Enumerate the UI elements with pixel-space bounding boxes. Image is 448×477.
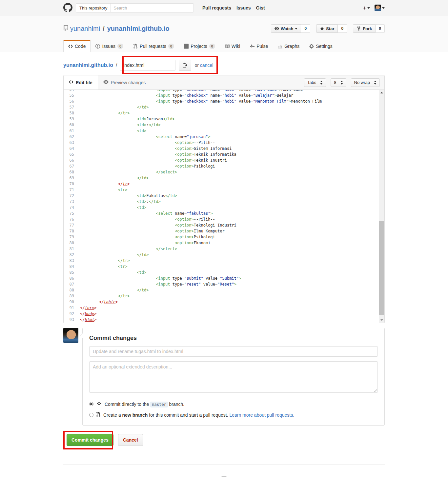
user-menu[interactable] bbox=[375, 5, 385, 11]
code-line[interactable]: 73 <td>:</td> bbox=[64, 199, 384, 205]
code-line[interactable]: 90 </table> bbox=[64, 299, 384, 305]
tab-projects[interactable]: Projects0 bbox=[179, 40, 220, 52]
code-line[interactable]: 62 <select name="jurusan"> bbox=[64, 134, 384, 140]
code-line[interactable]: 86 <input type="submit" value="Submit"> bbox=[64, 275, 384, 281]
editor-setting-select-2[interactable]: No wrap bbox=[351, 78, 380, 87]
code-line[interactable]: 82 </td> bbox=[64, 252, 384, 258]
code-line[interactable]: 84 <tr> bbox=[64, 264, 384, 269]
tab-counter: 0 bbox=[117, 44, 123, 49]
repo-name-link[interactable]: yunanhlmi.github.io bbox=[107, 25, 170, 32]
commit-message-input[interactable] bbox=[89, 346, 378, 357]
line-number: 68 bbox=[64, 169, 77, 175]
editor-setting-select-0[interactable]: Tabs bbox=[304, 78, 326, 87]
tab-pulse[interactable]: Pulse bbox=[245, 40, 273, 52]
line-number: 58 bbox=[64, 110, 77, 116]
code-line[interactable]: 76 <option>--Pilih-- bbox=[64, 216, 384, 222]
code-line[interactable]: 80 <option>Ekonomi bbox=[64, 240, 384, 246]
code-line[interactable]: 70 </tr> bbox=[64, 181, 384, 187]
code-line[interactable]: 92 </body> bbox=[64, 311, 384, 317]
radio-new-branch[interactable]: Create a new branch for this commit and … bbox=[89, 412, 378, 418]
repo-owner-link[interactable]: yunanhlmi bbox=[70, 25, 100, 32]
project-icon bbox=[184, 44, 189, 49]
code-line[interactable]: 83 </tr> bbox=[64, 258, 384, 264]
code-line[interactable]: 58 </tr> bbox=[64, 110, 384, 116]
code-line[interactable]: 63 <option>--Pilih-- bbox=[64, 140, 384, 146]
breadcrumb-repo-link[interactable]: yunanhlmi.github.io bbox=[63, 62, 113, 68]
site-header: This repository Pull requestsIssuesGist … bbox=[0, 0, 448, 16]
copy-path-button[interactable] bbox=[179, 60, 191, 71]
scroll-up-arrow[interactable] bbox=[379, 90, 384, 95]
tab-edit-file[interactable]: Edit file bbox=[64, 75, 98, 89]
cancel-edit-link[interactable]: cancel bbox=[200, 63, 213, 68]
radio-commit-direct[interactable]: Commit directly to the master branch. bbox=[89, 401, 378, 407]
tab-wiki[interactable]: Wiki bbox=[220, 40, 245, 52]
header-nav-gist[interactable]: Gist bbox=[254, 5, 268, 10]
code-line[interactable]: 66 <option>Teknik Inustri bbox=[64, 157, 384, 163]
tab-code[interactable]: Code bbox=[63, 40, 91, 52]
pull-request-icon bbox=[96, 412, 100, 417]
watch-count[interactable]: 0 bbox=[301, 24, 310, 33]
header-nav-pull-requests[interactable]: Pull requests bbox=[200, 5, 234, 10]
code-line[interactable]: 56 <input type="checkbox" name="hobi" va… bbox=[64, 98, 384, 104]
file-path-row: yunanhlmi.github.io / or cancel bbox=[63, 57, 385, 74]
code-line[interactable]: 67 <option>Psikologi bbox=[64, 163, 384, 169]
editor-scrollbar[interactable] bbox=[379, 90, 384, 323]
create-new-button[interactable]: + bbox=[363, 5, 370, 11]
radio-selected[interactable] bbox=[89, 402, 93, 406]
search-input[interactable] bbox=[111, 6, 193, 10]
code-line[interactable]: 54 <input type="checkbox" name="hobi" va… bbox=[64, 90, 384, 92]
github-logo-icon[interactable] bbox=[63, 3, 72, 13]
code-line[interactable]: 68 </select> bbox=[64, 169, 384, 175]
header-nav-issues[interactable]: Issues bbox=[234, 5, 254, 10]
code-line[interactable]: 74 <td> bbox=[64, 205, 384, 210]
code-line[interactable]: 65 <option>Teknik Informatika bbox=[64, 151, 384, 157]
scroll-down-arrow[interactable] bbox=[379, 317, 384, 323]
tab-settings[interactable]: Settings bbox=[304, 40, 337, 52]
fork-button[interactable]: Fork bbox=[353, 24, 376, 33]
tab-pull-requests[interactable]: Pull requests0 bbox=[128, 40, 179, 52]
fork-count[interactable]: 0 bbox=[376, 24, 385, 33]
tab-issues[interactable]: Issues0 bbox=[91, 40, 128, 52]
filename-input[interactable] bbox=[120, 60, 175, 71]
code-line[interactable]: 81 </select> bbox=[64, 246, 384, 252]
code-line[interactable]: 93 </html> bbox=[64, 317, 384, 323]
tab-graphs[interactable]: Graphs bbox=[273, 40, 304, 52]
tab-preview-changes[interactable]: Preview changes bbox=[98, 75, 151, 89]
code-line[interactable]: 87 <input type="reset" value="Reset"> bbox=[64, 281, 384, 287]
search-scope-label: This repository bbox=[76, 4, 111, 12]
code-line[interactable]: 79 <option>Psikologi bbox=[64, 234, 384, 240]
learn-more-link[interactable]: Learn more about pull requests. bbox=[229, 412, 294, 418]
cancel-button[interactable]: Cancel bbox=[118, 434, 143, 446]
code-line[interactable]: 77 <option>Teknologi Industri bbox=[64, 222, 384, 228]
code-line[interactable]: 57 </td> bbox=[64, 104, 384, 110]
code-line[interactable]: 55 <input type="checkbox" name="hobi" va… bbox=[64, 92, 384, 98]
github-footer-logo-icon[interactable] bbox=[220, 476, 228, 477]
code-line[interactable]: 72 <td>Fakultas</td> bbox=[64, 193, 384, 199]
radio-unselected[interactable] bbox=[89, 413, 93, 417]
star-count[interactable]: 0 bbox=[338, 24, 347, 33]
commit-description-textarea[interactable] bbox=[89, 361, 378, 393]
code-line[interactable]: 78 <option>Ilmu Komputer bbox=[64, 228, 384, 234]
line-number: 65 bbox=[64, 151, 77, 157]
main-content: yunanhlmi.github.io / or cancel Edit fil… bbox=[63, 57, 385, 446]
code-line[interactable]: 88 </td> bbox=[64, 287, 384, 293]
editor-setting-select-1[interactable]: 8 bbox=[331, 78, 346, 87]
code-line[interactable]: 64 <option>Sistem Informasi bbox=[64, 146, 384, 151]
commit-actions: Commit changes Cancel bbox=[63, 434, 385, 446]
code-line[interactable]: 85 <td> bbox=[64, 269, 384, 275]
code-line[interactable]: 71 <tr> bbox=[64, 187, 384, 193]
code-line[interactable]: 89 </tr> bbox=[64, 293, 384, 299]
textarea-resize-grip[interactable] bbox=[374, 389, 377, 392]
scrollbar-thumb[interactable] bbox=[379, 221, 384, 315]
commit-changes-button[interactable]: Commit changes bbox=[67, 434, 113, 446]
code-line[interactable]: 61 <td> bbox=[64, 128, 384, 134]
code-line[interactable]: 59 <td>Jurusan</td> bbox=[64, 116, 384, 122]
code-editor-area[interactable]: 54 <input type="checkbox" name="hobi" va… bbox=[64, 90, 384, 323]
code-line[interactable]: 60 <td>:</td> bbox=[64, 122, 384, 128]
code-line[interactable]: 75 <select name="fakultas"> bbox=[64, 210, 384, 216]
line-number: 73 bbox=[64, 199, 77, 205]
code-line[interactable]: 91 </form> bbox=[64, 305, 384, 311]
star-button[interactable]: Star bbox=[316, 24, 338, 33]
watch-button[interactable]: Watch bbox=[271, 24, 301, 33]
code-line[interactable]: 69 </td> bbox=[64, 175, 384, 181]
